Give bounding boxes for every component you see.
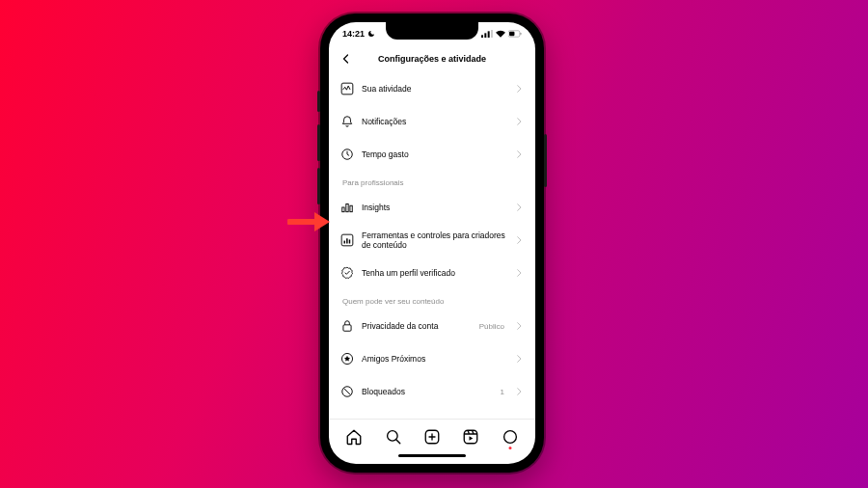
bell-icon bbox=[340, 115, 354, 128]
row-label: Amigos Próximos bbox=[362, 354, 497, 364]
chevron-right-icon bbox=[514, 235, 524, 245]
row-label: Tenha um perfil verificado bbox=[362, 268, 506, 278]
activity-icon bbox=[340, 82, 354, 95]
signal-icon bbox=[481, 30, 493, 38]
notification-dot-icon bbox=[508, 447, 511, 449]
home-indicator bbox=[329, 454, 535, 464]
settings-list[interactable]: Sua atividade Notificações bbox=[329, 72, 535, 419]
row-your-activity[interactable]: Sua atividade bbox=[329, 72, 535, 105]
svg-rect-15 bbox=[349, 239, 350, 243]
chevron-right-icon bbox=[514, 203, 524, 212]
svg-rect-28 bbox=[465, 430, 478, 444]
screen-header: Configurações e atividade bbox=[329, 45, 535, 72]
row-label: Ferramentas e controles para criadores d… bbox=[362, 230, 506, 250]
phone-side-button bbox=[317, 91, 320, 112]
row-creator-tools[interactable]: Ferramentas e controles para criadores d… bbox=[329, 224, 535, 257]
nav-profile[interactable] bbox=[502, 428, 519, 446]
row-label: Privacidade da conta bbox=[362, 321, 472, 331]
chevron-right-icon bbox=[514, 117, 524, 126]
svg-rect-1 bbox=[484, 33, 486, 38]
svg-rect-6 bbox=[520, 33, 521, 36]
row-verified-profile[interactable]: Tenha um perfil verificado bbox=[329, 257, 535, 289]
verified-icon bbox=[340, 266, 354, 280]
svg-rect-14 bbox=[346, 238, 347, 243]
profile-avatar-icon bbox=[502, 428, 519, 446]
row-blocked[interactable]: Bloqueados 1 bbox=[329, 375, 535, 408]
home-icon bbox=[345, 428, 363, 446]
nav-reels[interactable] bbox=[462, 428, 479, 446]
phone-side-button bbox=[317, 168, 320, 204]
svg-rect-11 bbox=[350, 205, 352, 211]
svg-point-32 bbox=[503, 431, 516, 444]
section-header-who-can-see: Quem pode ver seu conteúdo bbox=[329, 289, 535, 310]
svg-rect-5 bbox=[509, 32, 514, 36]
lock-icon bbox=[340, 319, 354, 333]
svg-rect-13 bbox=[344, 241, 345, 244]
chevron-right-icon bbox=[514, 387, 524, 396]
stage: 14:21 Configurações e atividade bbox=[0, 0, 868, 488]
hide-story-icon bbox=[340, 418, 354, 419]
status-time: 14:21 bbox=[342, 29, 365, 39]
bottom-nav bbox=[329, 419, 535, 454]
row-label: Bloqueados bbox=[362, 387, 493, 396]
row-hide-story-live[interactable]: Ocultar story e transmissão ao vivo bbox=[329, 408, 535, 419]
blocked-icon bbox=[340, 385, 354, 398]
dashboard-icon bbox=[340, 233, 354, 247]
row-time-spent[interactable]: Tempo gasto bbox=[329, 138, 535, 171]
svg-rect-2 bbox=[488, 31, 490, 38]
svg-line-19 bbox=[343, 388, 351, 395]
row-insights[interactable]: Insights bbox=[329, 191, 535, 224]
chevron-right-icon bbox=[514, 321, 524, 331]
nav-search[interactable] bbox=[385, 428, 402, 446]
star-circle-icon bbox=[340, 352, 354, 366]
svg-rect-3 bbox=[491, 30, 493, 38]
bar-chart-icon bbox=[340, 201, 354, 214]
section-header-professionals: Para profissionais bbox=[329, 171, 535, 191]
do-not-disturb-icon bbox=[367, 30, 375, 38]
row-value: Público bbox=[479, 322, 504, 331]
chevron-right-icon bbox=[514, 149, 524, 159]
svg-rect-16 bbox=[343, 325, 351, 331]
svg-rect-0 bbox=[481, 35, 483, 38]
chevron-right-icon bbox=[514, 354, 524, 364]
phone-frame: 14:21 Configurações e atividade bbox=[320, 14, 544, 473]
svg-line-24 bbox=[396, 440, 400, 444]
nav-create[interactable] bbox=[423, 428, 441, 446]
battery-icon bbox=[508, 30, 522, 38]
svg-rect-9 bbox=[342, 207, 344, 212]
reels-icon bbox=[462, 428, 479, 446]
chevron-right-icon bbox=[514, 268, 524, 278]
wifi-icon bbox=[496, 30, 505, 38]
nav-home[interactable] bbox=[345, 428, 363, 446]
svg-rect-10 bbox=[346, 204, 348, 212]
phone-side-button bbox=[317, 124, 320, 161]
chevron-right-icon bbox=[514, 84, 524, 94]
row-label: Sua atividade bbox=[362, 84, 506, 94]
row-notifications[interactable]: Notificações bbox=[329, 105, 535, 138]
plus-square-icon bbox=[423, 428, 441, 446]
page-title: Configurações e atividade bbox=[339, 54, 526, 64]
clock-icon bbox=[340, 148, 354, 161]
phone-screen: 14:21 Configurações e atividade bbox=[329, 22, 535, 464]
phone-notch bbox=[386, 22, 478, 40]
row-label: Insights bbox=[362, 203, 506, 212]
search-icon bbox=[385, 428, 402, 446]
row-value: 1 bbox=[501, 388, 504, 396]
row-label: Notificações bbox=[362, 117, 506, 126]
row-close-friends[interactable]: Amigos Próximos bbox=[329, 342, 535, 375]
row-label: Tempo gasto bbox=[362, 149, 506, 159]
row-account-privacy[interactable]: Privacidade da conta Público bbox=[329, 310, 535, 342]
phone-side-button bbox=[544, 134, 547, 187]
